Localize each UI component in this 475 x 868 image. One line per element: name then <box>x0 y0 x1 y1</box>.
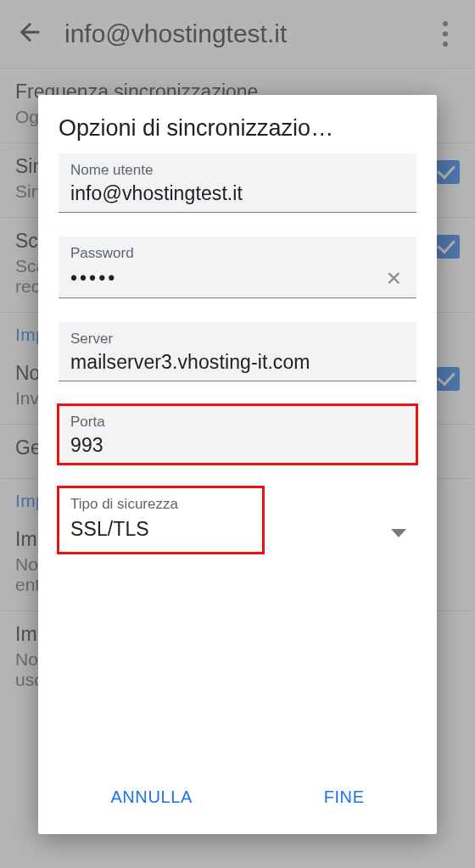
field-value: SSL/TLS <box>70 518 149 541</box>
field-value: 993 <box>70 434 405 457</box>
field-value: ••••• <box>70 267 383 290</box>
security-type-field[interactable]: Tipo di sicurezza SSL/TLS <box>59 487 263 553</box>
field-value: mailserver3.vhosting-it.com <box>70 351 405 374</box>
dialog-actions: ANNULLA FINE <box>38 764 437 834</box>
dialog-body: Nome utente info@vhostingtest.it Passwor… <box>38 153 437 764</box>
username-field[interactable]: Nome utente info@vhostingtest.it <box>59 153 416 213</box>
sync-options-dialog: Opzioni di sincronizzazio… Nome utente i… <box>38 95 437 834</box>
server-field[interactable]: Server mailserver3.vhosting-it.com <box>59 322 416 381</box>
field-label: Password <box>70 245 405 262</box>
clear-icon[interactable]: × <box>383 265 405 291</box>
chevron-down-icon[interactable] <box>391 529 406 537</box>
field-label: Nome utente <box>70 162 405 179</box>
port-field[interactable]: Porta 993 <box>59 405 416 464</box>
done-button[interactable]: FINE <box>309 779 380 815</box>
field-label: Tipo di sicurezza <box>70 496 251 513</box>
cancel-button[interactable]: ANNULLA <box>95 779 207 815</box>
field-label: Porta <box>70 414 405 431</box>
password-field[interactable]: Password ••••• × <box>59 236 416 298</box>
field-label: Server <box>70 331 405 348</box>
dialog-title: Opzioni di sincronizzazio… <box>38 115 437 153</box>
field-value: info@vhostingtest.it <box>70 182 405 205</box>
